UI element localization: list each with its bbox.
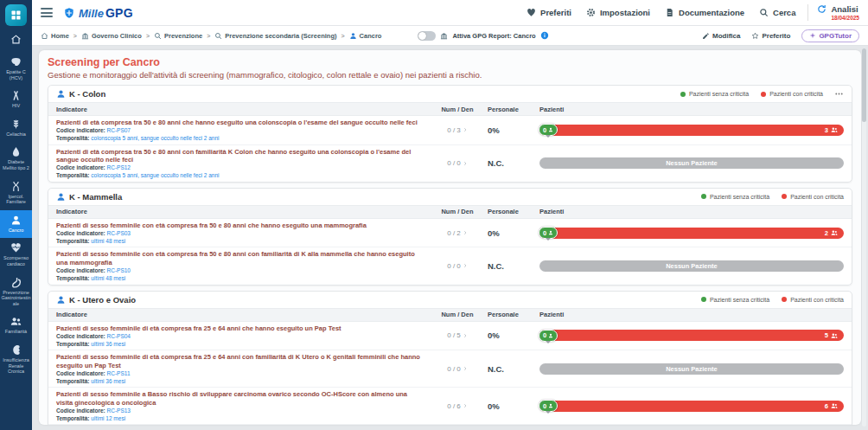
col-header-pazienti: Pazienti <box>539 208 844 215</box>
indicator-row[interactable]: Pazienti di sesso femminile di età compr… <box>48 350 852 388</box>
personale-value: 0% <box>488 401 500 411</box>
sidebar-item-prevenzione-gastrointestinale[interactable]: Prevenzione Gastrointestinale <box>0 273 32 312</box>
menu-analisi[interactable]: Analisi 18/04/2025 <box>807 4 859 21</box>
code-value[interactable]: RC-PS07 <box>107 127 131 133</box>
scrollbar-thumb[interactable] <box>862 48 866 122</box>
indicator-cell: Pazienti di sesso femminile a Basso risc… <box>56 390 432 421</box>
legend-critical-dot-icon <box>782 194 787 199</box>
pazienti-cell: 0 5 <box>539 330 844 341</box>
code-value[interactable]: RC-PS04 <box>107 333 131 339</box>
app-logo-tile[interactable] <box>0 0 32 29</box>
critical-bar[interactable]: 6 <box>539 401 844 412</box>
top-header: Mille GPG Preferiti Impostazioni Documen… <box>32 0 868 26</box>
personale-cell: 0% <box>482 228 539 238</box>
code-label: Codice indicatore: <box>56 408 105 414</box>
num-den-value: 0 / 0 <box>447 159 461 167</box>
sidebar-item-ipercol-familiare[interactable]: Ipercol. Familiare <box>0 176 32 210</box>
indicator-row[interactable]: Pazienti di sesso femminile con età comp… <box>48 219 852 248</box>
sidebar-item-diabete[interactable]: Diabete Mellito tipo 2 <box>0 142 32 176</box>
critical-bar[interactable]: 2 <box>539 228 844 239</box>
chevron-right-icon <box>463 230 468 235</box>
critical-count-value: 3 <box>825 126 828 134</box>
more-options-button[interactable] <box>834 89 844 99</box>
preferito-button[interactable]: Preferito <box>751 32 790 40</box>
breadcrumb-cancro[interactable]: Cancro <box>349 32 382 40</box>
critical-bar[interactable]: 5 <box>539 330 844 341</box>
scrollbar-track[interactable] <box>862 48 866 427</box>
person-icon <box>548 333 553 338</box>
ok-count-badge[interactable]: 0 <box>539 400 558 412</box>
personale-cell: N.C. <box>482 158 539 168</box>
critical-bar[interactable]: 3 <box>539 125 844 136</box>
analisi-date: 18/04/2025 <box>831 15 859 21</box>
menu-documentazione[interactable]: Documentazione <box>665 8 744 17</box>
indicator-row[interactable]: Pazienti di età compresa tra 50 e 80 ann… <box>48 116 852 145</box>
critical-count-value: 6 <box>825 402 828 410</box>
ok-count-value: 0 <box>543 229 546 237</box>
code-value[interactable]: RC-PS03 <box>107 230 131 236</box>
code-value[interactable]: RC-PS13 <box>107 408 131 414</box>
liver-icon <box>10 56 22 67</box>
temporality-value: colonscopia 5 anni, sangue occulto nelle… <box>91 135 219 141</box>
breadcrumb-prevenzione-secondaria[interactable]: Prevenzione secondaria (Screening) <box>214 32 336 40</box>
sidebar-item-scompenso-cardiaco[interactable]: Scompenso cardiaco <box>0 238 32 272</box>
hamburger-menu-icon[interactable] <box>41 8 53 17</box>
breadcrumb-home[interactable]: Home <box>41 32 69 40</box>
indicator-cell: Pazienti di sesso femminile con età comp… <box>56 250 432 281</box>
menu-impostazioni[interactable]: Impostazioni <box>586 8 650 17</box>
code-label: Codice indicatore: <box>56 370 105 376</box>
menu-label: Preferiti <box>540 8 571 17</box>
ok-count-badge[interactable]: 0 <box>539 227 558 239</box>
person-icon <box>56 89 66 99</box>
num-den-value: 0 / 5 <box>447 331 461 339</box>
ok-count-badge[interactable]: 0 <box>539 330 558 342</box>
sidebar-item-cancro[interactable]: Cancro <box>0 210 32 239</box>
menu-label: Analisi <box>831 4 858 14</box>
chevron-right-icon <box>463 333 468 338</box>
gpgtutor-button[interactable]: GPGTutor <box>801 29 859 42</box>
indicator-row[interactable]: Pazienti di sesso femminile di età compr… <box>48 322 852 351</box>
patients-bar: Nessun Paziente <box>539 260 844 272</box>
indicator-description: Pazienti di sesso femminile con età comp… <box>56 250 425 266</box>
screening-section-card: K - Mammella Pazienti senza criticità Pa… <box>48 188 852 286</box>
breadcrumb-governo-clinico[interactable]: Governo Clinico <box>81 32 142 40</box>
code-value[interactable]: RC-PS12 <box>107 164 131 170</box>
indicator-cell: Pazienti di sesso femminile di età compr… <box>56 353 432 384</box>
breadcrumb-bar: Home Governo Clinico Prevenzione Prevenz… <box>32 26 868 46</box>
patients-bar: Nessun Paziente <box>539 363 844 375</box>
indicator-code-line: Codice indicatore: RC-PS12 <box>56 164 425 171</box>
col-header-personale: Personale <box>482 311 539 318</box>
sidebar-item-epatite-c[interactable]: Epatite C (HCV) <box>0 52 32 86</box>
breadcrumb-label: Governo Clinico <box>92 32 142 40</box>
app-logo[interactable]: Mille GPG <box>63 6 133 20</box>
info-icon[interactable] <box>540 31 549 40</box>
page-title: Screening per Cancro <box>48 56 852 68</box>
pazienti-cell: Nessun Paziente <box>539 363 844 375</box>
code-value[interactable]: RC-PS11 <box>107 370 131 376</box>
sidebar-item-insufficienza-renale[interactable]: Insufficienza Renale Cronica <box>0 340 32 380</box>
indicator-row[interactable]: Pazienti di sesso femminile a Basso risc… <box>48 388 852 425</box>
modifica-button[interactable]: Modifica <box>702 32 740 40</box>
menu-cerca[interactable]: Cerca <box>759 8 795 17</box>
sidebar-item-home[interactable] <box>0 29 32 52</box>
breadcrumb-separator <box>341 33 344 39</box>
ok-count-badge[interactable]: 0 <box>539 124 558 136</box>
breadcrumb-prevenzione[interactable]: Prevenzione <box>154 32 202 40</box>
gpg-report-toggle[interactable] <box>418 31 436 41</box>
legend: Pazienti senza criticità Pazienti con cr… <box>701 297 844 303</box>
sidebar-item-familiarita[interactable]: Familiarità <box>0 311 32 340</box>
page-subtitle: Gestione e monitoraggio dell'attività di… <box>48 70 852 80</box>
sections: K - Colon Pazienti senza criticità Pazie… <box>48 85 852 425</box>
patients-bar: 0 3 <box>539 125 844 136</box>
refresh-icon <box>817 4 827 14</box>
menu-preferiti[interactable]: Preferiti <box>527 8 571 17</box>
indicator-row[interactable]: Pazienti di sesso femminile con età comp… <box>48 247 852 284</box>
num-den-cell: 0 / 5 <box>432 331 482 339</box>
sidebar-item-celiachia[interactable]: Celiachia <box>0 114 32 143</box>
sidebar-item-hiv[interactable]: HIV <box>0 86 32 114</box>
people-icon <box>831 402 838 409</box>
code-value[interactable]: RC-PS10 <box>107 267 131 273</box>
indicator-temporality-line: Temporalità: ultimi 48 mesi <box>56 238 425 245</box>
indicator-row[interactable]: Pazienti di età compresa tra 50 e 80 ann… <box>48 145 852 182</box>
personale-value: N.C. <box>488 261 504 271</box>
